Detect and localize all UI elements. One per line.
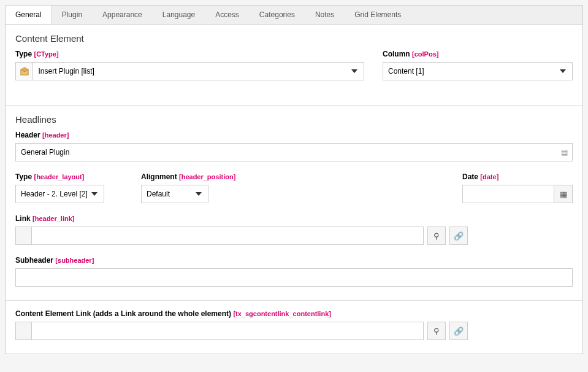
tab-grid-elements[interactable]: Grid Elements	[345, 6, 411, 24]
tab-appearance[interactable]: Appearance	[93, 6, 153, 24]
plugin-icon	[15, 62, 32, 80]
colpos-select[interactable]: Content [1]	[383, 62, 573, 80]
header-layout-label: Type [header_layout]	[15, 172, 104, 181]
link-icon: 🔗	[454, 231, 464, 241]
header-position-label: Alignment [header_position]	[141, 172, 235, 181]
header-link-label: Link [header_link]	[15, 214, 573, 223]
content-link-label: Content Element Link (adds a Link around…	[15, 309, 573, 318]
colpos-label: Column [colPos]	[383, 50, 573, 58]
date-picker-button[interactable]: ▦	[554, 185, 573, 203]
header-link-input[interactable]	[31, 227, 424, 245]
content-link-browser-button[interactable]: 🔗	[449, 322, 468, 340]
header-input[interactable]	[15, 143, 573, 161]
tab-access[interactable]: Access	[205, 6, 250, 24]
header-position-select[interactable]: Default	[141, 185, 208, 203]
section-headlines: Headlines Header [header] ▤ Type [header…	[6, 106, 582, 301]
content-link-wizard-button[interactable]: ⚲	[427, 322, 446, 340]
date-input[interactable]	[462, 185, 554, 203]
subheader-input[interactable]	[15, 268, 573, 287]
tab-plugin[interactable]: Plugin	[52, 6, 93, 24]
header-label: Header [header]	[15, 131, 573, 139]
link-icon: 🔗	[454, 327, 464, 336]
tab-language[interactable]: Language	[153, 6, 205, 24]
section-content-element: Content Element Type [CType] Insert Plug…	[6, 25, 582, 106]
date-label: Date [date]	[462, 172, 573, 181]
content-element-title: Content Element	[15, 33, 573, 44]
link-prefix-icon	[15, 227, 31, 245]
subheader-label: Subheader [subheader]	[15, 256, 573, 265]
main-panel: Content Element Type [CType] Insert Plug…	[5, 24, 583, 354]
tab-notes[interactable]: Notes	[305, 6, 345, 24]
ctype-select[interactable]: Insert Plugin [list]	[32, 62, 364, 80]
tabs-bar: General Plugin Appearance Language Acces…	[5, 5, 583, 24]
tab-general[interactable]: General	[6, 6, 52, 24]
link-wizard-button[interactable]: ⚲	[427, 227, 446, 245]
wizard-icon: ⚲	[433, 231, 440, 241]
header-suggest-icon[interactable]: ▤	[561, 148, 568, 157]
section-content-link: Content Element Link (adds a Link around…	[6, 301, 582, 354]
header-layout-select[interactable]: Header - 2. Level [2]	[15, 185, 104, 203]
ctype-label: Type [CType]	[15, 50, 364, 58]
content-link-prefix-icon	[15, 322, 31, 340]
headlines-title: Headlines	[15, 114, 573, 125]
wizard-icon: ⚲	[433, 327, 440, 336]
content-link-input[interactable]	[31, 322, 424, 340]
calendar-icon: ▦	[560, 190, 567, 199]
link-browser-button[interactable]: 🔗	[449, 227, 468, 245]
tab-categories[interactable]: Categories	[250, 6, 305, 24]
